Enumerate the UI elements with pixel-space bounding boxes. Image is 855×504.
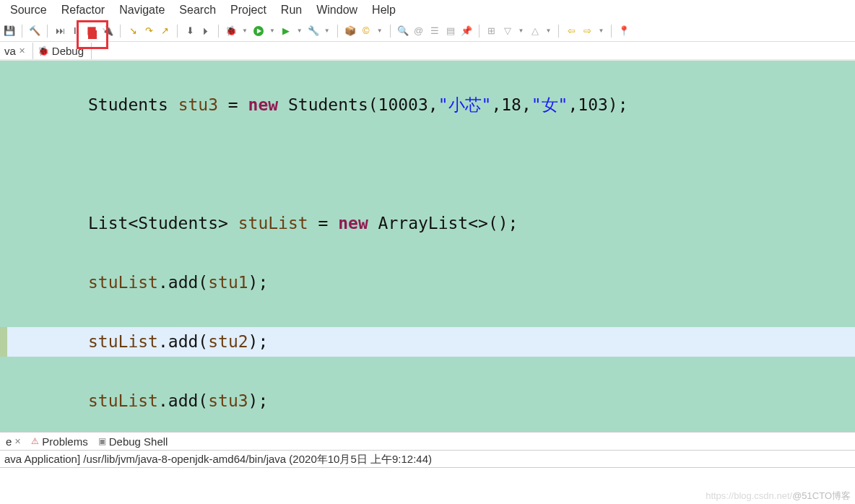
coverage-icon[interactable]: ▶ [279,25,292,38]
run-icon[interactable] [252,25,265,38]
tab-problems[interactable]: ⚠ Problems [28,435,90,448]
pin-editor-icon[interactable]: 📍 [617,25,630,38]
menu-window[interactable]: Window [309,2,365,18]
menu-help[interactable]: Help [365,2,403,18]
chevron-down-icon[interactable]: ▼ [268,27,277,34]
stop-button-highlight[interactable] [77,20,108,49]
stop-square-icon [88,30,97,39]
wand-icon[interactable]: 🔨 [28,25,41,38]
step-return-icon[interactable]: ↗ [158,25,171,38]
separator [47,25,48,38]
menu-project[interactable]: Project [223,2,274,18]
chevron-down-icon[interactable]: ▼ [544,27,553,34]
separator [177,25,178,38]
breakpoint-gutter [0,327,7,357]
watermark-url: https://blog.csdn.net/ [706,490,792,501]
tab-label: va [4,45,16,57]
use-step-filters-icon[interactable]: ⏵ [199,25,212,38]
tab-debug-shell[interactable]: ▣ Debug Shell [95,435,171,448]
tab-label: e [6,435,12,448]
back-icon[interactable]: ⇦ [565,25,578,38]
separator [22,25,22,38]
console-status-line: ava Application] /usr/lib/jvm/java-8-ope… [0,451,855,468]
separator [120,25,121,38]
menu-source[interactable]: Source [3,2,54,18]
search-icon[interactable]: 🔍 [396,25,409,38]
current-execution-line: stuList.add(stu2); [0,327,855,357]
problems-icon: ⚠ [31,436,39,446]
tab-label: Debug Shell [109,435,168,448]
shell-icon: ▣ [98,436,106,446]
separator [611,25,612,38]
separator [390,25,391,38]
annotation-icon[interactable]: @ [412,25,425,38]
task-icon[interactable]: ☰ [428,25,441,38]
separator [558,25,559,38]
separator [479,25,479,38]
status-text: ava Application] /usr/lib/jvm/java-8-ope… [4,453,432,465]
chevron-down-icon[interactable]: ▼ [517,27,526,34]
separator [218,25,219,38]
new-package-icon[interactable]: 📦 [344,25,357,38]
close-icon[interactable]: ✕ [14,437,21,446]
chevron-down-icon[interactable]: ▼ [240,27,249,34]
pin-icon[interactable]: 📌 [460,25,473,38]
external-tools-icon[interactable]: 🔧 [307,25,320,38]
step-over-icon[interactable]: ↷ [142,25,155,38]
watermark-handle: @51CTO博客 [792,490,851,501]
chevron-down-icon[interactable]: ▼ [596,27,605,34]
prev-annotation-icon[interactable]: △ [529,25,542,38]
chevron-down-icon[interactable]: ▼ [323,27,331,34]
outline-icon[interactable]: ▤ [444,25,457,38]
bug-icon: 🐞 [38,45,49,56]
forward-icon[interactable]: ⇨ [581,25,594,38]
chevron-down-icon[interactable]: ▼ [376,27,384,34]
menu-search[interactable]: Search [172,2,223,18]
new-class-icon[interactable]: © [360,25,373,38]
watermark: https://blog.csdn.net/@51CTO博客 [706,490,851,503]
skip-icon[interactable]: ⏭ [53,25,66,38]
toolbar: 💾 🔨 ⏭ ⏸ 🔌 ↘ ↷ ↗ ⬇ ⏵ 🐞▼ ▼ ▶▼ 🔧▼ 📦 ©▼ 🔍 @ … [0,20,855,42]
next-annotation-icon[interactable]: ▽ [501,25,514,38]
menu-refactor[interactable]: Refactor [54,2,112,18]
chevron-down-icon[interactable]: ▼ [295,27,304,34]
step-into-icon[interactable]: ↘ [126,25,139,38]
bottom-views-tabs: e ✕ ⚠ Problems ▣ Debug Shell [0,432,855,451]
drop-frame-icon[interactable]: ⬇ [183,25,196,38]
close-icon[interactable]: ✕ [19,46,25,56]
tab-label: Problems [42,435,87,448]
editor-tabs: va ✕ 🐞 Debug [0,42,855,61]
debug-icon[interactable]: 🐞 [225,25,238,38]
tab-console-fragment[interactable]: e ✕ [3,435,24,448]
tab-java-file[interactable]: va ✕ [0,43,33,59]
menu-navigate[interactable]: Navigate [112,2,172,18]
separator [337,25,338,38]
save-icon[interactable]: 💾 [3,25,16,38]
menu-run[interactable]: Run [274,2,309,18]
layout-icon[interactable]: ⊞ [485,25,498,38]
menu-bar: Source Refactor Navigate Search Project … [0,0,855,20]
code-editor[interactable]: Students stu3 = new Students(10003,"小芯",… [0,61,855,432]
